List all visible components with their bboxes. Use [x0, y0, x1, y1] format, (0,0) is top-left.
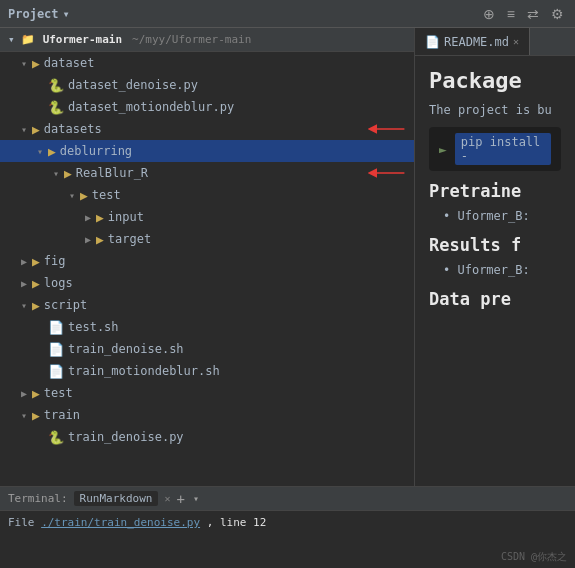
terminal-tab-name[interactable]: RunMarkdown — [74, 491, 159, 506]
tree-label: script — [44, 298, 87, 312]
code-text: pip install - — [455, 133, 551, 165]
tree-label: dataset — [44, 56, 95, 70]
heading-pretrained: Pretraine — [429, 181, 561, 201]
main-content: ▾ 📁 Uformer-main ~/myy/Uformer-main ▾ ▶ … — [0, 28, 575, 486]
readme-tab-icon: 📄 — [425, 35, 440, 49]
tree-item-test2[interactable]: ▶ ▶ test — [0, 382, 414, 404]
arrow-icon: ▶ — [16, 256, 32, 267]
arrow-icon: ▾ — [16, 300, 32, 311]
terminal-tab-bar: Terminal: RunMarkdown ✕ + ▾ — [0, 487, 575, 511]
project-panel: ▾ 📁 Uformer-main ~/myy/Uformer-main ▾ ▶ … — [0, 28, 415, 486]
terminal-content: File ./train/train_denoise.py , line 12 — [0, 511, 575, 568]
text-project: The project is bu — [429, 101, 561, 119]
toolbar-title: Project ▾ — [8, 7, 70, 21]
terminal-dropdown-icon[interactable]: ▾ — [193, 493, 199, 504]
toolbar-icons: ⊕ ≡ ⇄ ⚙ — [480, 5, 567, 23]
tree-label: RealBlur_R — [76, 166, 148, 180]
readme-tab-close[interactable]: ✕ — [513, 36, 519, 47]
folder-icon: ▶ — [32, 298, 40, 313]
tree-item-dataset-denoise[interactable]: 🐍 dataset_denoise.py — [0, 74, 414, 96]
folder-icon: ▶ — [80, 188, 88, 203]
tree-item-test-sh[interactable]: 📄 test.sh — [0, 316, 414, 338]
markdown-tab-bar: 📄 README.md ✕ — [415, 28, 575, 56]
tree-label: train_motiondeblur.sh — [68, 364, 220, 378]
arrow-icon: ▾ — [48, 168, 64, 179]
folder-icon: ▶ — [32, 56, 40, 71]
terminal-line-1: File ./train/train_denoise.py , line 12 — [8, 515, 567, 532]
tree-item-train-denoise-sh[interactable]: 📄 train_denoise.sh — [0, 338, 414, 360]
tree-item-test[interactable]: ▾ ▶ test — [0, 184, 414, 206]
toolbar-icon-2[interactable]: ≡ — [504, 5, 518, 23]
tree-label: train_denoise.sh — [68, 342, 184, 356]
tree-label: dataset_denoise.py — [68, 78, 198, 92]
python-icon: 🐍 — [48, 100, 64, 115]
tree-label: input — [108, 210, 144, 224]
red-arrow-icon — [366, 165, 406, 181]
tree-item-dataset-motiondeblur[interactable]: 🐍 dataset_motiondeblur.py — [0, 96, 414, 118]
project-root-path: ~/myy/Uformer-main — [132, 33, 251, 46]
folder-icon: ▶ — [96, 232, 104, 247]
tree-item-train-motiondeblur-sh[interactable]: 📄 train_motiondeblur.sh — [0, 360, 414, 382]
arrow-icon: ▶ — [80, 212, 96, 223]
tree-item-script[interactable]: ▾ ▶ script — [0, 294, 414, 316]
tree-label: test — [44, 386, 73, 400]
project-label: Project — [8, 7, 59, 21]
arrow-icon: ▾ — [16, 410, 32, 421]
folder-icon: ▶ — [32, 254, 40, 269]
file-icon: 📄 — [48, 364, 64, 379]
tree-item-deblurring[interactable]: ▾ ▶ deblurring — [0, 140, 414, 162]
project-header: ▾ 📁 Uformer-main ~/myy/Uformer-main — [0, 28, 414, 52]
terminal-text-2: , line 12 — [207, 516, 267, 529]
tree-item-input[interactable]: ▶ ▶ input — [0, 206, 414, 228]
heading-data: Data pre — [429, 289, 561, 309]
terminal-label: Terminal: — [8, 492, 68, 505]
tree-container: ▾ ▶ dataset 🐍 dataset_denoise.py 🐍 datas… — [0, 52, 414, 486]
folder-icon: ▶ — [48, 144, 56, 159]
terminal-add-button[interactable]: + — [177, 491, 185, 507]
tree-label: fig — [44, 254, 66, 268]
toolbar-icon-4[interactable]: ⚙ — [548, 5, 567, 23]
file-icon: 📄 — [48, 320, 64, 335]
toolbar-icon-3[interactable]: ⇄ — [524, 5, 542, 23]
arrow-icon: ▶ — [80, 234, 96, 245]
bullet-pretrained: Uformer_B: — [429, 207, 561, 225]
arrow-icon: ▶ — [16, 388, 32, 399]
heading-results: Results f — [429, 235, 561, 255]
bullet-results: Uformer_B: — [429, 261, 561, 279]
toolbar: Project ▾ ⊕ ≡ ⇄ ⚙ — [0, 0, 575, 28]
terminal-close-icon[interactable]: ✕ — [164, 493, 170, 504]
code-prompt-icon: ► — [439, 142, 447, 157]
readme-tab[interactable]: 📄 README.md ✕ — [415, 28, 530, 55]
folder-icon: ▶ — [32, 408, 40, 423]
markdown-content: Package The project is bu ► pip install … — [415, 56, 575, 486]
terminal-link[interactable]: ./train/train_denoise.py — [41, 516, 200, 529]
tree-item-target[interactable]: ▶ ▶ target — [0, 228, 414, 250]
folder-icon: ▶ — [64, 166, 72, 181]
code-block: ► pip install - — [429, 127, 561, 171]
tree-label: test — [92, 188, 121, 202]
tree-item-logs[interactable]: ▶ ▶ logs — [0, 272, 414, 294]
red-arrow-icon — [366, 121, 406, 137]
project-dropdown-arrow[interactable]: ▾ — [63, 7, 70, 21]
arrow-icon: ▾ — [64, 190, 80, 201]
tree-label: train_denoise.py — [68, 430, 184, 444]
tree-item-fig[interactable]: ▶ ▶ fig — [0, 250, 414, 272]
readme-tab-label: README.md — [444, 35, 509, 49]
folder-icon: ▶ — [32, 122, 40, 137]
tree-item-train[interactable]: ▾ ▶ train — [0, 404, 414, 426]
tree-label: deblurring — [60, 144, 132, 158]
heading-package: Package — [429, 68, 561, 93]
tree-item-dataset[interactable]: ▾ ▶ dataset — [0, 52, 414, 74]
project-root-arrow[interactable]: ▾ — [8, 33, 15, 46]
folder-icon: ▶ — [32, 386, 40, 401]
folder-icon: ▶ — [96, 210, 104, 225]
tree-label: logs — [44, 276, 73, 290]
tree-label: target — [108, 232, 151, 246]
tree-item-realblur[interactable]: ▾ ▶ RealBlur_R — [0, 162, 414, 184]
tree-item-datasets[interactable]: ▾ ▶ datasets — [0, 118, 414, 140]
tree-label: dataset_motiondeblur.py — [68, 100, 234, 114]
tree-item-train-denoise-py[interactable]: 🐍 train_denoise.py — [0, 426, 414, 448]
python-icon: 🐍 — [48, 78, 64, 93]
toolbar-icon-1[interactable]: ⊕ — [480, 5, 498, 23]
tree-label: train — [44, 408, 80, 422]
